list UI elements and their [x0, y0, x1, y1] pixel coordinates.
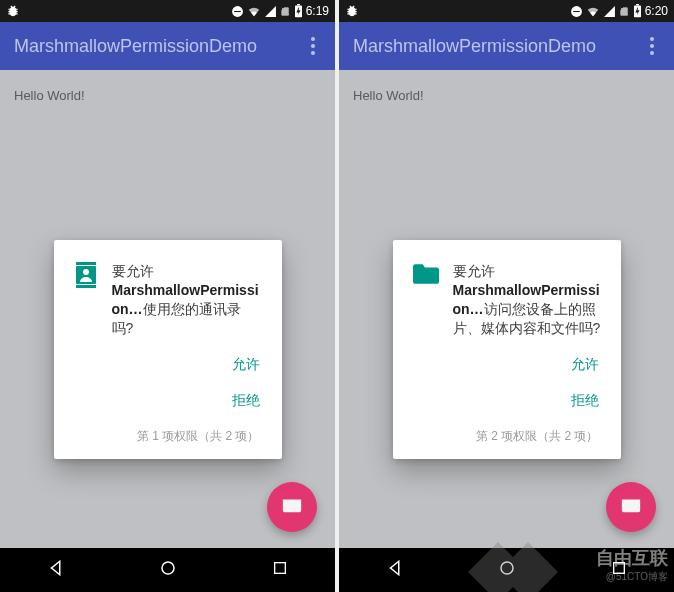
- deny-button[interactable]: 拒绝: [571, 392, 599, 410]
- deny-button[interactable]: 拒绝: [232, 392, 260, 410]
- allow-button[interactable]: 允许: [232, 356, 260, 374]
- phone-screen-left: 6:19 MarshmallowPermissionDemo Hello Wor…: [0, 0, 335, 592]
- home-button[interactable]: [478, 551, 536, 589]
- navigation-bar: [0, 548, 335, 592]
- svg-point-14: [501, 562, 513, 574]
- permission-dialog: 要允许MarshmallowPermission…使用您的通讯录吗? 允许 拒绝…: [54, 240, 282, 459]
- mail-icon: [281, 494, 303, 520]
- allow-button[interactable]: 允许: [571, 356, 599, 374]
- status-time: 6:19: [306, 4, 329, 18]
- mail-icon: [620, 494, 642, 520]
- app-title: MarshmallowPermissionDemo: [353, 36, 596, 57]
- home-button[interactable]: [139, 551, 197, 589]
- svg-rect-5: [76, 285, 96, 288]
- svg-point-8: [162, 562, 174, 574]
- svg-rect-1: [234, 10, 241, 11]
- no-sim-icon: [619, 5, 630, 18]
- watermark-subtext: @51CTO博客: [606, 570, 668, 584]
- fab-button[interactable]: [606, 482, 656, 532]
- battery-icon: [294, 4, 303, 18]
- folder-icon: [413, 262, 439, 338]
- content-area: Hello World! 要允许MarshmallowPermission…使用…: [0, 70, 335, 548]
- overflow-menu-button[interactable]: [305, 31, 321, 61]
- debug-icon: [6, 4, 20, 18]
- app-bar: MarshmallowPermissionDemo: [339, 22, 674, 70]
- svg-rect-9: [274, 563, 285, 574]
- permission-text: 要允许MarshmallowPermission…访问您设备上的照片、媒体内容和…: [453, 262, 601, 338]
- permission-text: 要允许MarshmallowPermission…使用您的通讯录吗?: [112, 262, 262, 338]
- back-button[interactable]: [366, 551, 424, 589]
- svg-rect-11: [573, 10, 580, 11]
- battery-icon: [633, 4, 642, 18]
- app-title: MarshmallowPermissionDemo: [14, 36, 257, 57]
- status-bar: 6:19: [0, 0, 335, 22]
- fab-button[interactable]: [267, 482, 317, 532]
- dnd-icon: [231, 5, 244, 18]
- contacts-icon: [74, 262, 98, 338]
- recents-button[interactable]: [252, 552, 308, 588]
- overflow-menu-button[interactable]: [644, 31, 660, 61]
- permission-dialog: 要允许MarshmallowPermission…访问您设备上的照片、媒体内容和…: [393, 240, 621, 459]
- dnd-icon: [570, 5, 583, 18]
- wifi-icon: [247, 4, 261, 18]
- svg-point-7: [83, 269, 89, 275]
- signal-icon: [603, 5, 616, 18]
- svg-rect-13: [636, 4, 639, 5]
- debug-icon: [345, 4, 359, 18]
- phone-screen-right: 6:20 MarshmallowPermissionDemo Hello Wor…: [339, 0, 674, 592]
- svg-rect-4: [76, 262, 96, 265]
- permission-counter: 第 1 项权限（共 2 项）: [54, 414, 282, 449]
- status-bar: 6:20: [339, 0, 674, 22]
- content-area: Hello World! 要允许MarshmallowPermission…访问…: [339, 70, 674, 548]
- wifi-icon: [586, 4, 600, 18]
- back-button[interactable]: [27, 551, 85, 589]
- signal-icon: [264, 5, 277, 18]
- no-sim-icon: [280, 5, 291, 18]
- permission-counter: 第 2 项权限（共 2 项）: [393, 414, 621, 449]
- status-time: 6:20: [645, 4, 668, 18]
- app-bar: MarshmallowPermissionDemo: [0, 22, 335, 70]
- svg-rect-3: [297, 4, 300, 5]
